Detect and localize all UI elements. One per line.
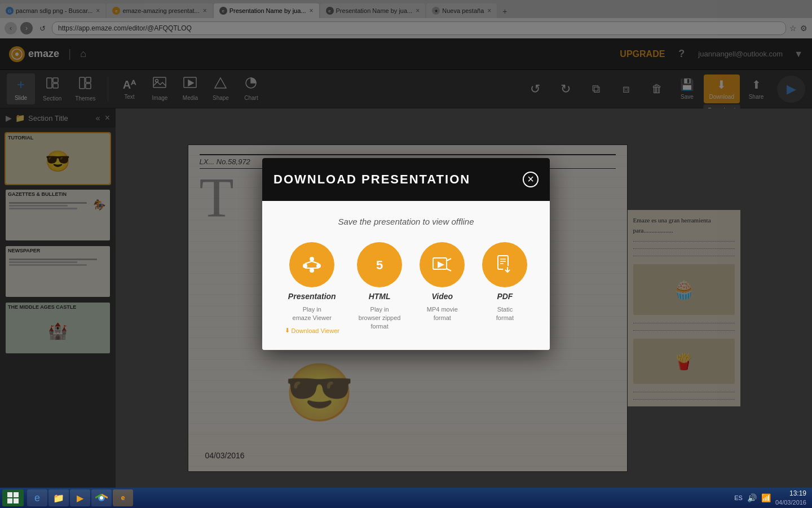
- taskbar: e 📁 ▶ e ES 🔊 📶 13:19 04/03/2016: [0, 488, 812, 508]
- taskbar-time: 13:19: [775, 489, 806, 498]
- modal-body: Save the presentation to view offline: [262, 201, 550, 351]
- taskbar-media[interactable]: ▶: [70, 489, 90, 506]
- download-option-presentation[interactable]: Presentation Play in emaze Viewer ⬇ Down…: [285, 242, 339, 335]
- svg-text:5: 5: [376, 258, 383, 272]
- html-option-title: HTML: [369, 292, 391, 301]
- svg-point-17: [310, 268, 314, 273]
- modal-subtitle: Save the presentation to view offline: [276, 217, 536, 226]
- taskbar-emaze[interactable]: e: [113, 489, 133, 506]
- video-option-title: Video: [431, 292, 453, 301]
- svg-point-16: [316, 264, 321, 268]
- download-options: Presentation Play in emaze Viewer ⬇ Down…: [276, 242, 536, 335]
- taskbar-explorer[interactable]: 📁: [48, 489, 69, 506]
- taskbar-network-icon[interactable]: 📶: [761, 493, 771, 502]
- download-option-html[interactable]: 5 HTML Play in browser zipped format: [357, 242, 402, 331]
- presentation-option-title: Presentation: [288, 292, 336, 301]
- download-viewer-icon: ⬇: [285, 327, 290, 334]
- modal-overlay[interactable]: DOWNLOAD PRESENTATION × Save the present…: [0, 0, 812, 508]
- taskbar-apps: e 📁 ▶ e: [27, 489, 133, 506]
- video-icon-circle: [420, 242, 465, 287]
- svg-marker-20: [438, 261, 444, 268]
- svg-rect-29: [7, 492, 12, 497]
- html-icon-circle: 5: [357, 242, 402, 287]
- pdf-option-desc: Static format: [496, 305, 514, 323]
- presentation-option-desc: Play in emaze Viewer: [293, 305, 332, 323]
- html-option-desc: Play in browser zipped format: [359, 305, 401, 331]
- start-button[interactable]: [2, 489, 24, 506]
- video-option-desc: MP4 movie format: [427, 305, 458, 323]
- download-option-video[interactable]: Video MP4 movie format: [420, 242, 465, 323]
- pdf-option-title: PDF: [497, 292, 513, 301]
- svg-point-15: [303, 264, 307, 268]
- taskbar-chrome[interactable]: [91, 489, 112, 506]
- pdf-icon-circle: [482, 242, 527, 287]
- taskbar-date: 04/03/2016: [775, 498, 806, 506]
- svg-rect-30: [14, 492, 19, 497]
- download-modal: DOWNLOAD PRESENTATION × Save the present…: [262, 158, 550, 351]
- taskbar-time-display: 13:19 04/03/2016: [775, 489, 806, 506]
- taskbar-ie[interactable]: e: [27, 489, 47, 506]
- taskbar-right: ES 🔊 📶 13:19 04/03/2016: [734, 489, 810, 506]
- svg-rect-31: [7, 498, 12, 503]
- download-option-pdf[interactable]: PDF Static format: [482, 242, 527, 323]
- svg-line-22: [447, 269, 451, 271]
- svg-rect-32: [14, 498, 19, 503]
- svg-point-14: [310, 257, 314, 261]
- modal-close-button[interactable]: ×: [523, 172, 539, 187]
- taskbar-volume-icon[interactable]: 🔊: [747, 493, 757, 502]
- presentation-icon-circle: [289, 242, 334, 287]
- modal-title: DOWNLOAD PRESENTATION: [273, 172, 470, 187]
- modal-header: DOWNLOAD PRESENTATION ×: [262, 158, 550, 201]
- taskbar-language: ES: [734, 494, 743, 501]
- svg-line-21: [447, 259, 451, 261]
- download-viewer-link[interactable]: ⬇ Download Viewer: [285, 327, 339, 334]
